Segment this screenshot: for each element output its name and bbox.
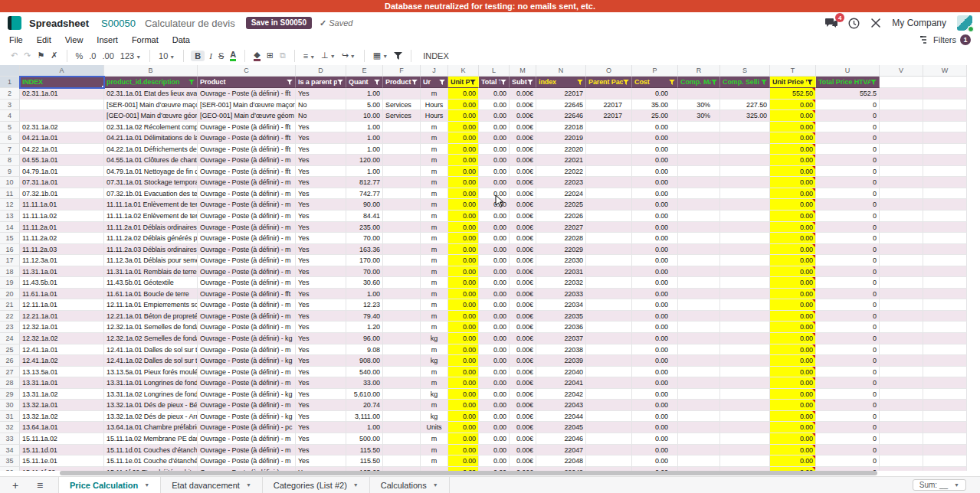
cell-U26[interactable]: 0 [816,355,880,367]
cell-U32[interactable]: 0 [816,422,880,433]
header-cell-O1[interactable]: Parent Pack [586,77,632,88]
cell-N20[interactable]: 22033 [536,289,586,300]
cell-V35[interactable] [880,455,923,467]
cell-J28[interactable]: m [421,377,448,389]
cell-T22[interactable]: 0.00 [770,311,816,322]
cell-E9[interactable]: 1.00 [346,166,383,178]
cell-V32[interactable] [880,422,923,433]
cell-M25[interactable]: 0.00€ [510,344,536,356]
cell-D19[interactable]: Yes [296,277,346,289]
column-header-F[interactable]: F [383,65,421,77]
cell-P33[interactable]: 0.00 [632,433,678,445]
column-header-U[interactable]: U [816,65,880,77]
cell-K9[interactable]: 0.00 [448,166,479,178]
cell-M4[interactable]: 0.00€ [510,110,536,122]
cell-R19[interactable] [678,277,720,289]
menu-edit[interactable]: Edit [37,35,51,44]
cell-T24[interactable]: 0.00 [770,333,816,344]
cell-K2[interactable]: 0.00 [448,88,479,100]
cell-B31[interactable]: 13.32.1a.02 Dés de pieux - Arm [104,411,198,423]
cell-E8[interactable]: 120.00 [346,155,383,166]
cell-A12[interactable]: 11.11.1a.01 [20,199,104,211]
cell-A11[interactable]: 07.32.1b.01 [20,188,104,200]
cell-W3[interactable] [923,100,967,111]
cell-U12[interactable]: 0 [816,199,880,211]
cell-M11[interactable]: 0.00€ [510,188,536,200]
cell-D11[interactable]: Yes [296,188,346,200]
cell-V14[interactable] [880,222,923,233]
cell-S15[interactable] [720,233,770,244]
column-header-A[interactable]: A [20,65,104,77]
cell-S17[interactable] [720,255,770,266]
cell-A30[interactable]: 13.32.1a.01 [20,400,104,411]
cell-W33[interactable] [923,433,967,445]
cell-F8[interactable] [383,155,421,166]
cell-T10[interactable]: 0.00 [770,177,816,188]
cell-R11[interactable] [678,188,720,200]
column-header-M[interactable]: M [510,65,536,77]
cell-P24[interactable]: 0.00 [632,333,678,344]
cell-C9[interactable]: Ouvrage - Poste (à définir) - fft [198,166,296,178]
cell-K6[interactable]: 0.00 [448,132,479,144]
cell-D4[interactable]: No [296,110,346,122]
cell-B10[interactable]: 07.31.1a.01 Stockage temporai [104,177,198,188]
cell-B22[interactable]: 12.21.1a.01 Béton de propreté : [104,311,198,322]
cell-W12[interactable] [923,199,967,211]
cell-T34[interactable]: 0.00 [770,445,816,456]
cell-B9[interactable]: 04.79.1a.01 Nettoyage de fin de [104,166,198,178]
cell-U17[interactable]: 0 [816,255,880,266]
cell-V26[interactable] [880,355,923,367]
cell-O33[interactable] [586,433,632,445]
cell-O25[interactable] [586,344,632,356]
cell-B29[interactable]: 13.31.1a.02 Longrines de fonda [104,389,198,400]
cell-L7[interactable]: 0.00 [479,144,510,155]
cell-N26[interactable]: 22039 [536,355,586,367]
cell-M18[interactable]: 0.00€ [510,266,536,278]
cell-P12[interactable]: 0.00 [632,199,678,211]
header-cell-K1[interactable]: Unit Pri [448,77,479,88]
cell-W18[interactable] [923,266,967,278]
column-filter-icon[interactable] [669,80,675,85]
cell-B4[interactable]: [GEO-001] Main d’œuvre géom [104,110,198,122]
cell-U28[interactable]: 0 [816,377,880,389]
cell-E10[interactable]: 812.77 [346,177,383,188]
cell-W10[interactable] [923,177,967,188]
cell-U8[interactable]: 0 [816,155,880,166]
tools-icon[interactable] [870,18,881,28]
cell-K8[interactable]: 0.00 [448,155,479,166]
column-filter-icon[interactable] [337,80,343,85]
cell-A33[interactable]: 15.11.1a.02 [20,433,104,445]
cell-J21[interactable]: m [421,299,448,311]
cell-S2[interactable] [720,88,770,100]
cell-J4[interactable]: Hours [421,110,448,122]
text-color-button[interactable]: A [230,51,236,61]
cell-O28[interactable] [586,377,632,389]
cell-R7[interactable] [678,144,720,155]
cell-W26[interactable] [923,355,967,367]
tab-etat-davancement[interactable]: Etat davancement▼ [161,477,263,493]
row-number-4[interactable]: 4 [0,110,20,122]
cell-V10[interactable] [880,177,923,188]
cell-R14[interactable] [678,222,720,233]
cell-P8[interactable]: 0.00 [632,155,678,166]
cell-U30[interactable]: 0 [816,400,880,411]
horizontal-scrollbar-thumb[interactable] [60,471,877,475]
cell-K35[interactable]: 0.00 [448,455,479,467]
cell-N33[interactable]: 22046 [536,433,586,445]
cell-M8[interactable]: 0.00€ [510,155,536,166]
row-number-5[interactable]: 5 [0,122,20,133]
cell-W11[interactable] [923,188,967,200]
cell-M20[interactable]: 0.00€ [510,289,536,300]
horizontal-scrollbar[interactable] [0,471,980,476]
cell-F17[interactable] [383,255,421,266]
cell-K10[interactable]: 0.00 [448,177,479,188]
cell-U31[interactable]: 0 [816,411,880,423]
cell-A3[interactable] [20,100,104,111]
cell-E16[interactable]: 163.36 [346,244,383,256]
cell-J15[interactable]: m [421,233,448,244]
column-filter-icon[interactable] [500,80,506,85]
cell-N9[interactable]: 22022 [536,166,586,178]
document-reference-link[interactable]: S00050 [101,18,136,29]
cell-R15[interactable] [678,233,720,244]
cell-O9[interactable] [586,166,632,178]
